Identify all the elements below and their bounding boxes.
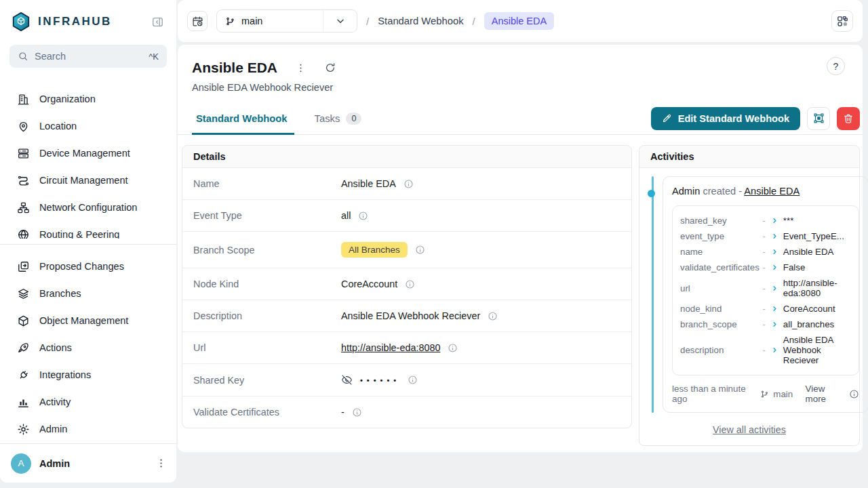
info-circle-icon[interactable] <box>849 389 859 399</box>
sidebar-item-branches[interactable]: Branches <box>0 280 176 307</box>
apps-grid-icon <box>836 15 849 28</box>
sidebar-item-location[interactable]: Location <box>0 113 176 140</box>
change-name: shared_key <box>680 216 760 226</box>
activity-object-link[interactable]: Ansible EDA <box>744 186 800 197</box>
page-header: Ansible EDA ? Ansible EDA Webhook Reciev… <box>178 45 863 93</box>
network-icon <box>17 201 30 214</box>
info-icon[interactable] <box>415 245 425 255</box>
sidebar-item-device-management[interactable]: Device Management <box>0 140 176 167</box>
schema-apps-button[interactable] <box>831 10 853 32</box>
infrahub-logo-icon <box>11 12 31 32</box>
sidebar-item-circuit-management[interactable]: Circuit Management <box>0 167 176 194</box>
branch-selector[interactable]: main <box>216 9 357 33</box>
git-branch-icon <box>225 16 235 26</box>
sidebar-nav-primary: Organization Location Device Management <box>0 85 176 239</box>
chevron-right-icon <box>769 346 781 354</box>
row-value: CoreAccount <box>341 279 397 289</box>
trash-icon <box>843 113 854 124</box>
sidebar-item-label: Location <box>39 121 77 131</box>
user-menu[interactable]: A Admin <box>0 443 176 483</box>
branch-selector-toggle[interactable] <box>323 10 357 32</box>
building-icon <box>17 93 30 106</box>
git-branch-icon <box>760 390 769 399</box>
globe-icon <box>17 228 30 239</box>
change-previous-dash: - <box>760 319 769 329</box>
change-previous-dash: - <box>760 216 769 226</box>
change-value: Ansible EDA Webhook Reciever <box>783 335 851 365</box>
row-label: Url <box>193 342 341 353</box>
sidebar-item-object-management[interactable]: Object Management <box>0 307 176 334</box>
sidebar-item-network-configuration[interactable]: Network Configuration <box>0 194 176 221</box>
activity-separator: - <box>738 186 742 197</box>
info-icon[interactable] <box>405 279 415 289</box>
edit-standard-webhook-button[interactable]: Edit Standard Webhook <box>651 107 800 130</box>
row-label: Event Type <box>193 210 341 221</box>
object-group-icon <box>813 113 825 124</box>
sidebar-item-organization[interactable]: Organization <box>0 85 176 113</box>
timeline-line <box>652 176 654 413</box>
activity-footer: less than a minute ago main View more <box>672 384 859 404</box>
change-row-validate-certificates: validate_certificates - False <box>680 260 851 275</box>
help-button[interactable]: ? <box>827 57 845 75</box>
masked-secret: •••••• <box>360 376 400 384</box>
info-icon[interactable] <box>408 375 418 385</box>
delete-button[interactable] <box>837 107 860 130</box>
change-row-shared-key: shared_key - *** <box>680 213 851 228</box>
sidebar-item-label: Branches <box>39 288 81 299</box>
manage-groups-button[interactable] <box>807 107 830 130</box>
change-value: Ansible EDA <box>783 247 851 257</box>
info-icon[interactable] <box>448 343 458 353</box>
tabs: Standard Webhook Tasks 0 Edit Standard W… <box>178 102 863 135</box>
sidebar-item-actions[interactable]: Actions <box>0 334 176 361</box>
tab-standard-webhook[interactable]: Standard Webhook <box>196 102 288 134</box>
user-name: Admin <box>39 458 70 469</box>
sidebar-item-label: Admin <box>39 424 67 434</box>
sidebar-item-label: Organization <box>39 94 96 104</box>
breadcrumb-item-ansible-eda[interactable]: Ansible EDA <box>484 12 554 30</box>
route-icon <box>17 174 30 187</box>
info-icon[interactable] <box>403 179 414 189</box>
details-row-node-kind: Node Kind CoreAccount <box>182 268 631 300</box>
change-name: url <box>680 283 760 293</box>
sidebar-item-activity[interactable]: Activity <box>0 388 176 415</box>
page-kebab-button[interactable] <box>295 62 307 74</box>
time-travel-button[interactable] <box>187 11 208 31</box>
tab-tasks[interactable]: Tasks 0 <box>315 102 362 134</box>
bar-chart-icon <box>17 396 30 409</box>
activity-event-card: Admin created - Ansible EDA shared_key -… <box>663 176 868 413</box>
change-row-url: url - http://ansible-eda:8080 <box>680 275 851 301</box>
sidebar-item-integrations[interactable]: Integrations <box>0 361 176 388</box>
refresh-button[interactable] <box>324 62 336 74</box>
change-value: http://ansible-eda:8080 <box>783 278 851 298</box>
plug-icon <box>17 369 30 382</box>
change-name: event_type <box>680 231 760 241</box>
info-icon[interactable] <box>358 211 368 221</box>
search-input[interactable]: Search ^K <box>9 45 167 68</box>
change-row-branch-scope: branch_scope - all_branches <box>680 317 851 332</box>
info-icon[interactable] <box>352 407 362 418</box>
sidebar-item-label: Actions <box>39 342 72 353</box>
sidebar-collapse-button[interactable] <box>151 16 164 28</box>
view-all-activities-link[interactable]: View all activities <box>639 424 859 435</box>
breadcrumb-separator: / <box>366 16 369 27</box>
change-previous-dash: - <box>760 345 769 355</box>
sidebar-item-routing-peering[interactable]: Routing & Peering <box>0 221 176 239</box>
webhook-url-link[interactable]: http://ansible-eda:8080 <box>341 342 440 353</box>
tab-label: Standard Webhook <box>196 113 288 124</box>
sidebar-item-label: Activity <box>39 396 71 407</box>
row-value: all <box>341 210 351 221</box>
sidebar-item-admin[interactable]: Admin <box>0 415 176 443</box>
cube-icon <box>17 314 30 327</box>
details-card: Details Name Ansible EDA Event Type all <box>182 145 632 428</box>
change-name: node_kind <box>680 304 760 314</box>
breadcrumb-item-standard-webhook[interactable]: Standard Webhook <box>378 16 463 26</box>
user-kebab-button[interactable] <box>155 458 167 469</box>
diff-copy-icon <box>17 260 30 273</box>
sidebar-item-proposed-changes[interactable]: Proposed Changes <box>0 253 176 280</box>
gear-icon <box>17 423 30 436</box>
info-icon[interactable] <box>488 311 498 321</box>
row-label: Description <box>193 310 341 321</box>
view-more-link[interactable]: View more <box>806 384 837 404</box>
reveal-secret-button[interactable] <box>341 374 353 386</box>
kebab-icon <box>295 62 307 74</box>
